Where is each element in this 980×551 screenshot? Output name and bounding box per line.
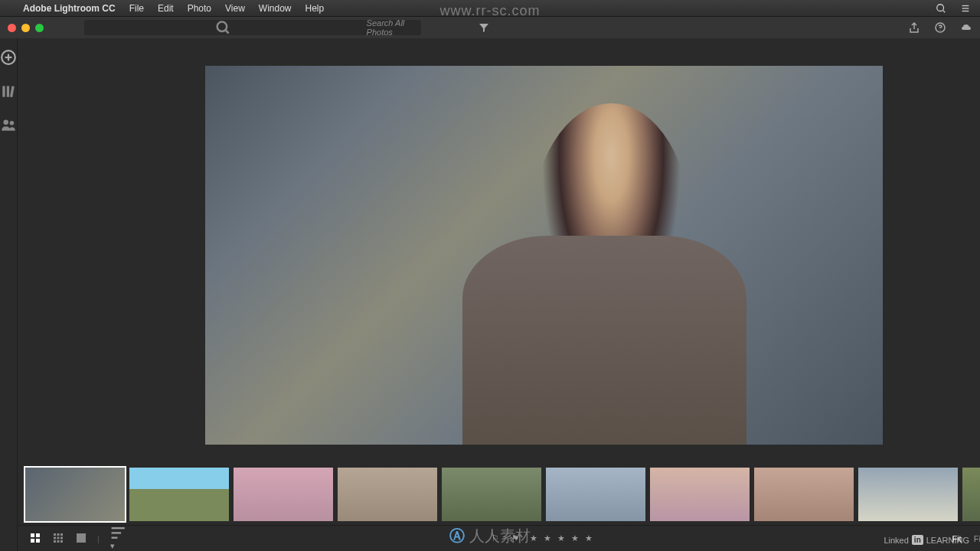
thumbnail-1[interactable]: [25, 468, 125, 521]
filter-icon[interactable]: [478, 21, 490, 34]
thumbnail-8[interactable]: [754, 468, 854, 521]
library-icon[interactable]: [0, 83, 17, 99]
svg-rect-23: [54, 536, 56, 539]
menu-window[interactable]: Window: [259, 3, 292, 14]
cloud-icon[interactable]: [960, 21, 972, 34]
grid-view-small[interactable]: [27, 531, 44, 546]
svg-rect-12: [7, 86, 9, 96]
search-placeholder: Search All Photos: [367, 18, 422, 37]
thumbnail-10[interactable]: [962, 468, 980, 521]
left-rail: [0, 38, 18, 551]
search-input[interactable]: Search All Photos: [84, 20, 421, 35]
spotlight-icon[interactable]: [936, 3, 946, 14]
thumbnail-4[interactable]: [338, 468, 437, 521]
main-photo: [205, 66, 883, 445]
window-titlebar: Search All Photos: [0, 17, 980, 38]
svg-rect-16: [31, 533, 34, 537]
svg-point-0: [937, 4, 944, 11]
menu-help[interactable]: Help: [305, 3, 325, 14]
svg-rect-17: [36, 533, 40, 537]
flag-pick[interactable]: ⚐: [488, 532, 502, 545]
menu-list-icon[interactable]: [960, 3, 971, 14]
maximize-window[interactable]: [35, 24, 44, 32]
thumbnail-3[interactable]: [234, 468, 333, 521]
minimize-window[interactable]: [21, 24, 30, 32]
svg-rect-11: [2, 86, 5, 96]
zoom-fill[interactable]: Fill: [971, 533, 980, 545]
svg-rect-19: [36, 539, 40, 543]
linkedin-learning-badge: Linkedin LEARNING: [884, 535, 969, 545]
bottom-toolbar: | ▾ ⚐ ⚑ ★★★★★ Fit Fill 1:1: [18, 525, 980, 551]
svg-rect-26: [54, 540, 56, 543]
svg-point-14: [3, 119, 8, 125]
svg-point-15: [10, 121, 15, 126]
svg-rect-21: [57, 533, 60, 536]
macos-menubar: Adobe Lightroom CC File Edit Photo View …: [0, 0, 980, 17]
thumbnail-7[interactable]: [650, 468, 750, 521]
menu-photo[interactable]: Photo: [188, 3, 211, 14]
grid-view-large[interactable]: [50, 531, 67, 546]
star-rating[interactable]: ★★★★★: [530, 533, 593, 543]
photo-viewer[interactable]: [18, 38, 980, 464]
svg-line-1: [943, 10, 946, 12]
app-name[interactable]: Adobe Lightroom CC: [23, 3, 116, 14]
svg-rect-28: [60, 540, 63, 543]
add-photos-button[interactable]: [0, 49, 17, 66]
center-area: | ▾ ⚐ ⚑ ★★★★★ Fit Fill 1:1: [18, 38, 980, 551]
svg-rect-29: [77, 533, 86, 543]
svg-rect-18: [31, 539, 34, 543]
help-icon[interactable]: [934, 21, 946, 34]
svg-rect-22: [60, 533, 63, 536]
svg-rect-27: [57, 540, 60, 543]
single-view[interactable]: [73, 531, 90, 546]
svg-rect-13: [10, 86, 15, 97]
svg-rect-25: [60, 536, 63, 539]
close-window[interactable]: [8, 24, 16, 32]
menu-file[interactable]: File: [129, 3, 144, 14]
menu-view[interactable]: View: [225, 3, 245, 14]
sort-button[interactable]: ▾: [107, 524, 132, 551]
share-icon[interactable]: [908, 21, 920, 34]
thumbnail-9[interactable]: [858, 468, 958, 521]
people-icon[interactable]: [0, 116, 17, 133]
traffic-lights: [8, 24, 44, 32]
svg-line-6: [226, 31, 229, 34]
svg-rect-20: [54, 533, 56, 536]
thumbnail-5[interactable]: [442, 468, 541, 521]
menu-edit[interactable]: Edit: [158, 3, 174, 14]
thumbnail-2[interactable]: [129, 468, 229, 521]
svg-point-5: [217, 22, 227, 32]
svg-rect-24: [57, 536, 60, 539]
thumbnail-6[interactable]: [546, 468, 645, 521]
filmstrip: [18, 464, 980, 525]
flag-reject[interactable]: ⚑: [508, 532, 522, 545]
